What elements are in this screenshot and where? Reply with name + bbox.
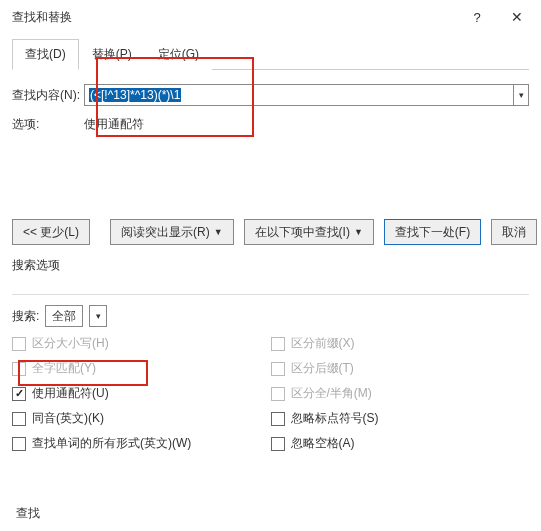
check-match-suffix: 区分后缀(T) [271,360,530,377]
help-icon: ? [473,10,480,25]
find-content-input[interactable]: (<[!^13]*^13)(*)\1 [84,84,529,106]
findnext-button[interactable]: 查找下一处(F) [384,219,481,245]
check-ignore-punctuation[interactable]: 忽略标点符号(S) [271,410,530,427]
tab-goto[interactable]: 定位(G) [145,39,212,70]
less-button-label: << 更少(L) [23,224,79,241]
chevron-down-icon: ▼ [354,227,363,237]
checkbox-icon [12,337,26,351]
button-row: << 更少(L) 阅读突出显示(R)▼ 在以下项中查找(I)▼ 查找下一处(F)… [12,219,529,245]
tab-replace[interactable]: 替换(P) [79,39,145,70]
checkbox-icon [271,337,285,351]
cancel-button-label: 取消 [502,224,526,241]
footer-label: 查找 [16,505,40,522]
options-value: 使用通配符 [84,116,144,133]
check-label: 同音(英文)(K) [32,410,104,427]
close-button[interactable]: ✕ [497,6,537,28]
check-all-word-forms[interactable]: 查找单词的所有形式(英文)(W) [12,435,271,452]
dialog-title: 查找和替换 [12,9,457,26]
check-ignore-whitespace[interactable]: 忽略空格(A) [271,435,530,452]
check-label: 忽略标点符号(S) [291,410,379,427]
search-direction-label: 搜索: [12,308,39,325]
checkbox-icon [12,362,26,376]
findnext-button-label: 查找下一处(F) [395,224,470,241]
help-button[interactable]: ? [457,6,497,28]
checkbox-icon [271,387,285,401]
tab-replace-label: 替换(P) [92,47,132,61]
check-label: 区分全/半角(M) [291,385,372,402]
search-options-title: 搜索选项 [12,257,529,274]
check-label: 查找单词的所有形式(英文)(W) [32,435,191,452]
tab-find-label: 查找(D) [25,47,66,61]
search-direction-value: 全部 [52,308,76,325]
tab-goto-label: 定位(G) [158,47,199,61]
checkbox-icon [271,362,285,376]
left-checks: 区分大小写(H) 全字匹配(Y) 使用通配符(U) 同音(英文)(K) 查找单词… [12,335,271,452]
find-content-value: (<[!^13]*^13)(*)\1 [89,88,181,102]
search-direction-dropdown[interactable]: ▾ [89,305,107,327]
findin-button-label: 在以下项中查找(I) [255,224,350,241]
check-label: 区分前缀(X) [291,335,355,352]
check-match-prefix: 区分前缀(X) [271,335,530,352]
less-button[interactable]: << 更少(L) [12,219,90,245]
check-label: 区分后缀(T) [291,360,354,377]
options-label: 选项: [12,116,84,133]
checkbox-icon [12,412,26,426]
find-content-label: 查找内容(N): [12,87,84,104]
check-label: 全字匹配(Y) [32,360,96,377]
checkbox-icon [271,412,285,426]
highlight-button-label: 阅读突出显示(R) [121,224,210,241]
tabs: 查找(D) 替换(P) 定位(G) [12,38,529,70]
checkbox-icon [12,387,26,401]
check-full-half-width: 区分全/半角(M) [271,385,530,402]
check-sounds-like[interactable]: 同音(英文)(K) [12,410,271,427]
checkbox-icon [12,437,26,451]
search-direction-select[interactable]: 全部 [45,305,83,327]
chevron-down-icon: ▼ [214,227,223,237]
checkbox-icon [271,437,285,451]
check-match-case: 区分大小写(H) [12,335,271,352]
check-use-wildcards[interactable]: 使用通配符(U) [12,385,271,402]
check-label: 区分大小写(H) [32,335,109,352]
highlight-button[interactable]: 阅读突出显示(R)▼ [110,219,234,245]
right-checks: 区分前缀(X) 区分后缀(T) 区分全/半角(M) 忽略标点符号(S) 忽略空格… [271,335,530,452]
tab-find[interactable]: 查找(D) [12,39,79,70]
close-icon: ✕ [511,9,523,25]
findin-button[interactable]: 在以下项中查找(I)▼ [244,219,374,245]
find-content-dropdown[interactable]: ▾ [513,84,529,106]
check-label: 忽略空格(A) [291,435,355,452]
check-whole-word: 全字匹配(Y) [12,360,271,377]
cancel-button[interactable]: 取消 [491,219,537,245]
titlebar: 查找和替换 ? ✕ [0,0,541,34]
check-label: 使用通配符(U) [32,385,109,402]
